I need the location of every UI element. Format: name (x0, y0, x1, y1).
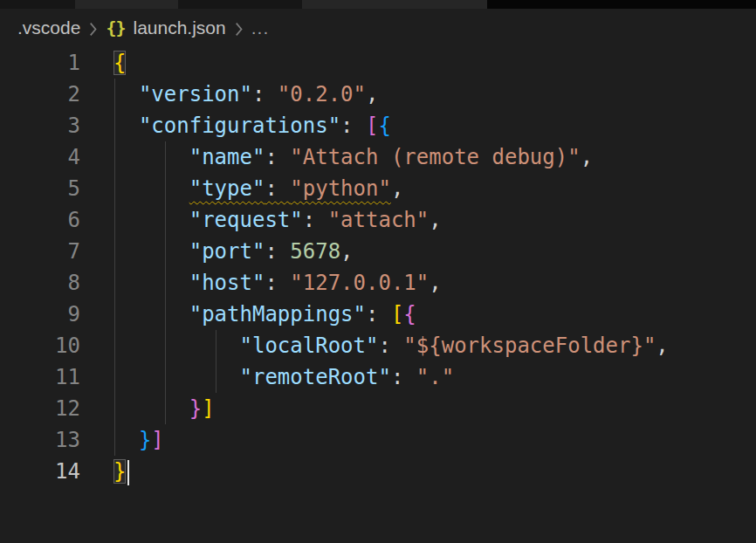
token-b1: } (113, 459, 126, 484)
code-text: "name": "Attach (remote debug)", (113, 141, 593, 173)
token-key: "request" (189, 208, 303, 232)
token-key: "version" (139, 82, 252, 107)
token-whitespace (113, 176, 189, 201)
code-line[interactable]: 5 "type": "python", (0, 173, 756, 204)
code-line[interactable]: 14} (0, 456, 756, 487)
token-key: "type" (189, 176, 265, 201)
line-number[interactable]: 2 (0, 79, 80, 110)
token-punct: : (265, 239, 290, 264)
code-line[interactable]: 11 "remoteRoot": "." (0, 361, 756, 393)
line-number[interactable]: 14 (0, 456, 80, 487)
code-line[interactable]: 8 "host": "127.0.0.1", (0, 267, 756, 299)
code-text: "pathMappings": [{ (113, 299, 416, 330)
line-number[interactable]: 13 (0, 424, 80, 456)
token-whitespace (113, 239, 189, 264)
token-str: "0.2.0" (278, 82, 366, 107)
line-number[interactable]: 6 (0, 204, 80, 236)
line-number[interactable]: 5 (0, 173, 80, 204)
token-whitespace (113, 208, 189, 232)
token-punct: : (252, 82, 278, 107)
token-key: "name" (189, 145, 265, 169)
chevron-right-icon (88, 22, 98, 37)
breadcrumb-file[interactable]: launch.json (133, 17, 225, 38)
token-punct: , (656, 333, 668, 358)
code-line[interactable]: 7 "port": 5678, (0, 236, 756, 267)
tab-remnant (302, 0, 487, 9)
code-text: "type": "python", (113, 173, 403, 204)
token-punct: : (265, 176, 290, 201)
line-number[interactable]: 1 (0, 47, 80, 79)
token-whitespace (113, 302, 189, 326)
token-whitespace (113, 82, 139, 107)
code-line[interactable]: 2 "version": "0.2.0", (0, 79, 756, 110)
code-text: }] (113, 424, 164, 456)
line-number[interactable]: 4 (0, 141, 80, 173)
token-whitespace (113, 396, 189, 421)
code-line[interactable]: 1{ (0, 47, 756, 79)
token-b1: ] (202, 396, 214, 421)
token-str: "attach" (328, 208, 430, 232)
code-text: "configurations": [{ (113, 110, 391, 141)
code-text: "version": "0.2.0", (113, 79, 378, 110)
token-whitespace (113, 113, 139, 138)
code-text: "port": 5678, (113, 236, 354, 267)
token-whitespace (113, 145, 189, 169)
token-b3: { (378, 113, 390, 138)
token-key: "configurations" (139, 113, 340, 138)
token-whitespace (113, 428, 139, 452)
line-number[interactable]: 11 (0, 361, 80, 393)
line-number[interactable]: 3 (0, 110, 80, 141)
text-cursor (127, 460, 129, 485)
tab-bar-remnant (0, 0, 756, 9)
token-whitespace (113, 365, 240, 389)
token-punct: : (265, 271, 290, 295)
token-b1: { (113, 51, 126, 75)
token-whitespace (113, 333, 240, 358)
token-str: "${workspaceFolder}" (403, 333, 656, 358)
line-number[interactable]: 10 (0, 330, 80, 361)
token-b2: [ (366, 113, 378, 138)
token-punct: , (581, 145, 593, 169)
code-line[interactable]: 3 "configurations": [{ (0, 110, 756, 141)
breadcrumb-more[interactable]: ... (251, 17, 270, 38)
line-number[interactable]: 7 (0, 236, 80, 267)
code-line[interactable]: 9 "pathMappings": [{ (0, 299, 756, 330)
code-text: "remoteRoot": "." (113, 361, 454, 393)
line-number[interactable]: 8 (0, 267, 80, 299)
token-punct: : (303, 208, 328, 232)
token-whitespace (113, 271, 189, 295)
token-punct: , (429, 208, 441, 232)
token-punct: , (391, 176, 403, 201)
token-str: "." (416, 365, 454, 389)
code-text: "localRoot": "${workspaceFolder}", (113, 330, 669, 361)
line-number[interactable]: 12 (0, 393, 80, 424)
code-text: "request": "attach", (113, 204, 442, 236)
token-punct: : (378, 333, 403, 358)
chevron-right-icon (234, 22, 244, 37)
code-line[interactable]: 6 "request": "attach", (0, 204, 756, 236)
tab-bar-empty-space (487, 0, 756, 9)
token-punct: : (265, 145, 290, 169)
token-key: "host" (189, 271, 265, 295)
token-str: "127.0.0.1" (290, 271, 429, 295)
token-punct: : (366, 302, 391, 326)
token-b2: ] (151, 428, 163, 452)
code-text: }] (113, 393, 215, 424)
token-str: "Attach (remote debug)" (290, 145, 580, 169)
token-key: "pathMappings" (189, 302, 366, 326)
token-b2: } (189, 396, 202, 421)
token-b3: } (139, 428, 151, 452)
code-line[interactable]: 4 "name": "Attach (remote debug)", (0, 141, 756, 173)
token-punct: : (391, 365, 416, 389)
breadcrumb-folder[interactable]: .vscode (17, 17, 80, 38)
token-b1: [ (391, 302, 403, 326)
code-lines[interactable]: 1{2 "version": "0.2.0",3 "configurations… (0, 47, 756, 487)
token-punct: , (340, 239, 353, 264)
line-number[interactable]: 9 (0, 299, 80, 330)
token-num: 5678 (290, 239, 340, 264)
token-str: "python" (290, 176, 391, 201)
code-line[interactable]: 10 "localRoot": "${workspaceFolder}", (0, 330, 756, 361)
code-line[interactable]: 12 }] (0, 393, 756, 424)
token-b2: { (403, 302, 416, 326)
code-line[interactable]: 13 }] (0, 424, 756, 456)
